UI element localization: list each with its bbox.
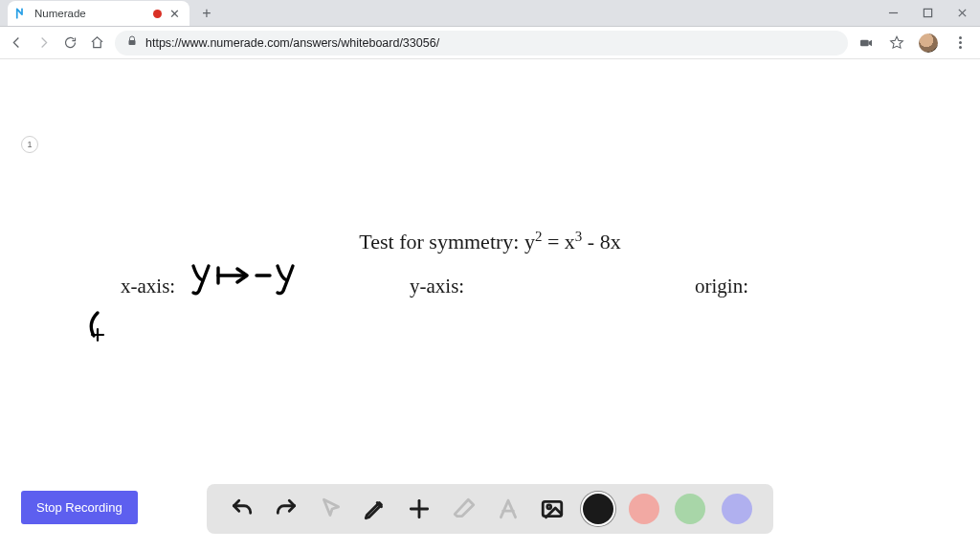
chrome-menu-button[interactable] bbox=[951, 34, 969, 52]
color-swatch-red[interactable] bbox=[629, 494, 659, 524]
tab-close-button[interactable]: ✕ bbox=[167, 7, 182, 21]
redo-button[interactable] bbox=[272, 495, 301, 523]
eraser-tool[interactable] bbox=[450, 495, 479, 523]
window-minimize-button[interactable] bbox=[886, 7, 900, 20]
color-swatch-purple[interactable] bbox=[722, 494, 752, 524]
svg-rect-4 bbox=[129, 40, 136, 45]
browser-address-bar: https://www.numerade.com/answers/whitebo… bbox=[0, 27, 980, 59]
tab-title: Numerade bbox=[34, 8, 147, 19]
svg-rect-13 bbox=[544, 501, 563, 516]
pointer-tool[interactable] bbox=[317, 495, 345, 523]
new-tab-button[interactable]: + bbox=[195, 2, 218, 25]
undo-button[interactable] bbox=[228, 495, 256, 523]
camera-icon[interactable] bbox=[858, 34, 875, 52]
add-tool[interactable] bbox=[405, 495, 434, 523]
page-number: 1 bbox=[27, 140, 32, 149]
whiteboard-toolbar bbox=[207, 484, 773, 534]
numerade-favicon bbox=[15, 7, 29, 20]
nav-reload-button[interactable] bbox=[61, 34, 78, 52]
profile-avatar[interactable] bbox=[919, 33, 938, 53]
window-close-button[interactable] bbox=[955, 7, 969, 20]
handwriting-open-paren bbox=[84, 310, 111, 342]
browser-right-icons bbox=[858, 33, 972, 53]
color-swatch-black[interactable] bbox=[583, 494, 613, 524]
equation-text: Test for symmetry: y2 = x3 - 8x bbox=[359, 230, 620, 254]
recording-indicator-icon bbox=[153, 10, 162, 18]
window-controls bbox=[886, 0, 980, 26]
whiteboard-canvas[interactable]: 1 Test for symmetry: y2 = x3 - 8x x-axis… bbox=[0, 59, 980, 551]
nav-home-button[interactable] bbox=[88, 34, 105, 52]
handwriting-xaxis-substitution bbox=[189, 260, 304, 298]
bookmark-star-icon[interactable] bbox=[888, 34, 905, 52]
text-tool[interactable] bbox=[494, 495, 523, 523]
pen-tool[interactable] bbox=[361, 495, 390, 523]
image-tool[interactable] bbox=[538, 495, 567, 523]
browser-tab-active[interactable]: Numerade ✕ bbox=[8, 1, 189, 26]
svg-point-14 bbox=[547, 505, 551, 509]
url-text: https://www.numerade.com/answers/whitebo… bbox=[145, 36, 439, 50]
stop-recording-label: Stop Recording bbox=[36, 500, 122, 515]
yaxis-label: y-axis: bbox=[410, 275, 464, 298]
stop-recording-button[interactable]: Stop Recording bbox=[21, 491, 138, 524]
xaxis-label: x-axis: bbox=[121, 275, 175, 298]
page-number-badge[interactable]: 1 bbox=[21, 136, 38, 153]
lock-icon bbox=[126, 35, 138, 50]
svg-rect-5 bbox=[860, 39, 869, 46]
svg-rect-1 bbox=[924, 9, 931, 16]
nav-forward-button[interactable] bbox=[34, 34, 52, 52]
origin-label: origin: bbox=[695, 275, 748, 298]
url-input[interactable]: https://www.numerade.com/answers/whitebo… bbox=[115, 31, 848, 55]
window-maximize-button[interactable] bbox=[921, 7, 934, 20]
nav-back-button[interactable] bbox=[8, 34, 25, 52]
color-swatch-green[interactable] bbox=[675, 494, 705, 524]
browser-tab-bar: Numerade ✕ + bbox=[0, 0, 980, 27]
